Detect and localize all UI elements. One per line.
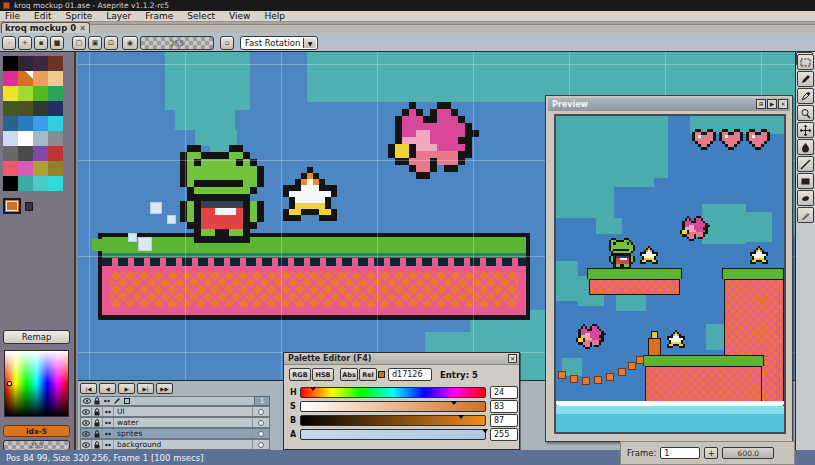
palette-option-button-4[interactable]: ■ — [50, 36, 64, 50]
palette-swatch-32[interactable] — [3, 176, 18, 191]
palette-swatch-34[interactable] — [33, 176, 48, 191]
palette-swatch-15[interactable] — [48, 101, 63, 116]
menu-item-sprite[interactable]: Sprite — [66, 11, 93, 21]
palette-swatch-11[interactable] — [48, 86, 63, 101]
layer-row-water[interactable]: water — [80, 417, 270, 428]
slider-value-a[interactable]: 255 — [490, 428, 518, 441]
palette-swatch-21[interactable] — [18, 131, 33, 146]
hsb-button[interactable]: HSB — [312, 368, 334, 381]
lock-icon[interactable] — [92, 429, 103, 438]
rotation-algorithm-dropdown[interactable]: Fast Rotation ▼ — [240, 36, 318, 50]
opacity-slider[interactable]: 255 — [140, 36, 214, 50]
slider-track-b[interactable] — [300, 415, 486, 426]
selection-mode-add-button[interactable]: ▣ — [88, 36, 102, 50]
slider-track-a[interactable] — [300, 429, 486, 440]
selection-mode-replace-button[interactable]: ▢ — [72, 36, 86, 50]
palette-swatch-18[interactable] — [33, 116, 48, 131]
cel-frame-1[interactable] — [252, 440, 269, 449]
slider-value-h[interactable]: 24 — [490, 386, 518, 399]
menu-item-file[interactable]: File — [5, 11, 20, 21]
selection-mode-subtract-button[interactable]: ⊡ — [104, 36, 118, 50]
palette-swatch-29[interactable] — [18, 161, 33, 176]
menu-item-help[interactable]: Help — [264, 11, 285, 21]
pixel-perfect-button[interactable]: ▫ — [220, 36, 234, 50]
playback-button-0[interactable]: |◀ — [80, 383, 97, 394]
cel-frame-1[interactable] — [252, 407, 269, 416]
menu-item-frame[interactable]: Frame — [145, 11, 173, 21]
link-icon[interactable] — [103, 397, 111, 405]
slider-marker[interactable] — [451, 401, 457, 408]
slider-marker[interactable] — [458, 415, 464, 422]
abs-button[interactable]: Abs — [340, 368, 358, 381]
menu-item-edit[interactable]: Edit — [34, 11, 51, 21]
foreground-color-swatch[interactable] — [3, 198, 21, 214]
palette-swatch-7[interactable] — [48, 71, 63, 86]
preview-center-button[interactable]: ⊞ — [756, 99, 766, 109]
palette-swatch-28[interactable] — [3, 161, 18, 176]
tab-kroq-mockup[interactable]: kroq mockup 0 ✕ — [1, 22, 90, 33]
lock-icon[interactable] — [92, 418, 103, 427]
slider-track-h[interactable] — [300, 387, 486, 398]
blur-tool[interactable] — [797, 207, 814, 223]
lock-icon[interactable] — [93, 397, 101, 405]
palette-swatch-25[interactable] — [18, 146, 33, 161]
preview-titlebar[interactable]: Preview — [548, 98, 790, 111]
slider-value-s[interactable]: 83 — [490, 400, 518, 413]
palette-swatch-1[interactable] — [18, 56, 33, 71]
playback-button-4[interactable]: ▶▶ — [156, 383, 173, 394]
palette-swatch-12[interactable] — [3, 101, 18, 116]
palette-swatch-17[interactable] — [18, 116, 33, 131]
pencil-mini-icon[interactable] — [113, 397, 121, 405]
layer-row-background[interactable]: background — [80, 439, 270, 450]
eyedropper-tool[interactable] — [797, 88, 814, 104]
palette-swatch-20[interactable] — [3, 131, 18, 146]
link-icon[interactable] — [103, 429, 114, 438]
close-icon[interactable]: ✕ — [508, 354, 517, 363]
preview-play-button[interactable]: ▶ — [767, 99, 777, 109]
playback-button-1[interactable]: ◀ — [99, 383, 116, 394]
remap-button[interactable]: Remap — [3, 330, 70, 344]
eye-icon[interactable] — [83, 397, 91, 405]
palette-swatch-16[interactable] — [3, 116, 18, 131]
cel-frame-1[interactable] — [252, 429, 269, 438]
zoom-slider[interactable]: 600.0 — [722, 447, 774, 459]
pivot-button[interactable]: ◉ — [122, 36, 138, 50]
playback-button-2[interactable]: ▶ — [118, 383, 135, 394]
eye-icon[interactable] — [81, 429, 92, 438]
chevron-down-icon[interactable]: ▼ — [303, 38, 316, 48]
paint-bucket-tool[interactable] — [797, 139, 814, 155]
layer-row-UI[interactable]: UI — [80, 406, 270, 417]
layer-row-sprites[interactable]: sprites — [80, 428, 270, 439]
palette-swatch-31[interactable] — [48, 161, 63, 176]
zoom-tool[interactable] — [797, 105, 814, 121]
playback-button-3[interactable]: ▶| — [137, 383, 154, 394]
hex-color-input[interactable]: d17126 — [388, 368, 432, 381]
move-tool[interactable] — [797, 122, 814, 138]
color-spectrum-picker[interactable] — [4, 350, 69, 417]
add-frame-button[interactable]: + — [704, 447, 718, 459]
palette-swatch-13[interactable] — [18, 101, 33, 116]
rectangle-tool[interactable] — [797, 173, 814, 189]
palette-editor-titlebar[interactable]: Palette Editor (F4) ✕ — [284, 353, 519, 365]
palette-swatch-35[interactable] — [48, 176, 63, 191]
palette-swatch-19[interactable] — [48, 116, 63, 131]
slider-marker[interactable] — [482, 429, 488, 436]
lock-icon[interactable] — [92, 440, 103, 449]
contour-tool[interactable] — [797, 190, 814, 206]
palette-swatch-0[interactable] — [3, 56, 18, 71]
menu-item-layer[interactable]: Layer — [106, 11, 131, 21]
palette-swatch-24[interactable] — [3, 146, 18, 161]
eye-icon[interactable] — [81, 407, 92, 416]
eye-icon[interactable] — [81, 418, 92, 427]
frame-1-header[interactable]: 1 — [254, 396, 270, 406]
palette-swatch-27[interactable] — [48, 146, 63, 161]
palette-swatch-26[interactable] — [33, 146, 48, 161]
link-icon[interactable] — [103, 440, 114, 449]
palette-option-button-3[interactable]: ▪ — [34, 36, 48, 50]
slider-marker[interactable] — [310, 387, 316, 394]
lock-icon[interactable] — [92, 407, 103, 416]
rel-button[interactable]: Rel — [359, 368, 377, 381]
palette-option-button-2[interactable]: + — [18, 36, 32, 50]
link-icon[interactable] — [103, 407, 114, 416]
preview-close-icon[interactable]: ✕ — [778, 99, 788, 109]
